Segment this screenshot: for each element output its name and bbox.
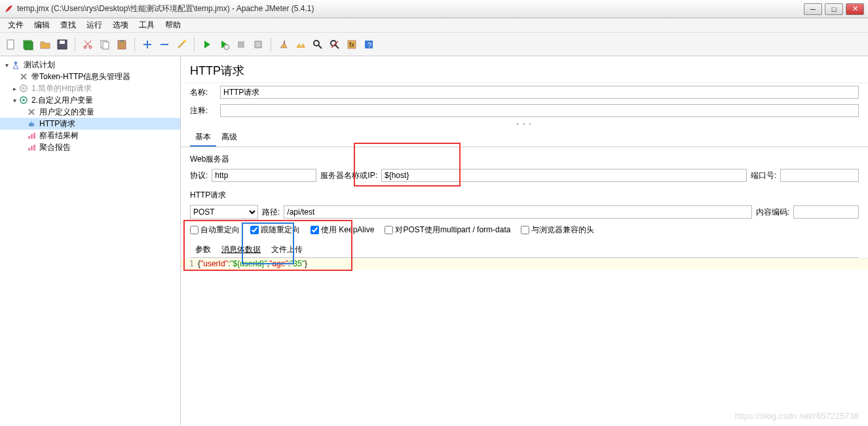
start-icon[interactable] (200, 37, 214, 52)
port-label: 端口号: (751, 170, 776, 181)
port-input[interactable] (780, 169, 859, 182)
tab-params[interactable]: 参数 (190, 242, 216, 257)
server-input[interactable] (381, 169, 747, 182)
tree-label: HTTP请求 (38, 118, 77, 130)
paste-icon[interactable] (115, 37, 129, 52)
name-label: 名称: (190, 87, 220, 98)
tab-file-upload[interactable]: 文件上传 (266, 242, 308, 257)
svg-rect-30 (33, 133, 35, 139)
close-button[interactable]: ✕ (846, 3, 864, 15)
multipart-checkbox[interactable]: 对POST使用multipart / form-data (385, 224, 510, 236)
splitter-dots[interactable]: • • • (181, 120, 868, 129)
tree-user-defined-vars[interactable]: 用户定义的变量 (0, 106, 180, 118)
svg-rect-33 (33, 145, 35, 151)
svg-rect-2 (25, 42, 33, 50)
follow-redirect-checkbox[interactable]: 跟随重定向 (250, 224, 300, 236)
content-panel: HTTP请求 名称: 注释: • • • 基本 高级 Web服务器 协议: 服务… (181, 56, 868, 426)
shutdown-icon[interactable] (251, 37, 265, 52)
subtabs: 基本 高级 (181, 129, 868, 147)
search-icon[interactable] (311, 37, 325, 52)
method-select[interactable]: POST (190, 205, 258, 219)
line-number: 1 (181, 258, 198, 270)
encoding-input[interactable] (793, 205, 859, 219)
minimize-button[interactable]: ─ (804, 3, 822, 15)
tree-view-results-tree[interactable]: 察看结果树 (0, 130, 180, 141)
save-icon[interactable] (55, 37, 69, 52)
maximize-button[interactable]: □ (825, 3, 843, 15)
svg-rect-0 (7, 40, 14, 49)
tree-label: 用户定义的变量 (38, 107, 96, 118)
path-label: 路径: (262, 207, 280, 218)
svg-rect-15 (284, 41, 285, 44)
browser-compat-checkbox[interactable]: 与浏览器兼容的头 (521, 224, 594, 236)
tree-user-vars-group[interactable]: ▾ 2.自定义用户变量 (0, 94, 180, 106)
function-helper-icon[interactable]: fx (345, 37, 359, 52)
help-icon[interactable]: ? (362, 37, 376, 52)
toolbar: fx ? (0, 33, 868, 56)
panel-title: HTTP请求 (181, 56, 868, 83)
svg-point-16 (314, 41, 319, 46)
code-line[interactable]: {"userId":"${userId}","age":"35"} (198, 258, 868, 270)
comment-input[interactable] (220, 104, 859, 117)
body-tabs: 参数 消息体数据 文件上传 (190, 242, 859, 258)
tree-panel: ▾ 测试计划 带Token-HTTP信息头管理器 ▸ 1.简单的Http请求 ▾… (0, 56, 181, 426)
tree-label: 1.简单的Http请求 (30, 83, 93, 94)
clear-all-icon[interactable] (293, 37, 308, 52)
titlebar: temp.jmx (C:\Users\rys\Desktop\性能测试环境配置\… (0, 0, 868, 18)
svg-point-24 (22, 87, 25, 90)
http-request-section-title: HTTP请求 (190, 187, 859, 204)
svg-point-12 (224, 44, 229, 50)
tree-aggregate-report[interactable]: 聚合报告 (0, 141, 180, 153)
tree-header-manager[interactable]: 带Token-HTTP信息头管理器 (0, 71, 180, 82)
stop-icon[interactable] (234, 37, 248, 52)
svg-rect-8 (103, 42, 109, 49)
wand-icon[interactable] (174, 37, 189, 52)
menu-search[interactable]: 查找 (55, 18, 81, 32)
tree-label: 聚合报告 (38, 142, 72, 153)
tree-http-request[interactable]: HTTP请求 (0, 118, 180, 130)
name-input[interactable] (220, 86, 859, 99)
menubar: 文件 编辑 查找 运行 选项 工具 帮助 (0, 18, 868, 33)
clear-icon[interactable] (276, 37, 291, 52)
keepalive-checkbox[interactable]: 使用 KeepAlive (311, 224, 374, 236)
menu-edit[interactable]: 编辑 (29, 18, 55, 32)
svg-rect-28 (28, 136, 30, 139)
tree-simple-http[interactable]: ▸ 1.简单的Http请求 (0, 82, 180, 94)
protocol-label: 协议: (190, 170, 208, 181)
svg-point-26 (22, 99, 25, 101)
new-icon[interactable] (4, 37, 18, 52)
cut-icon[interactable] (81, 37, 95, 52)
svg-rect-31 (28, 148, 30, 151)
svg-text:fx: fx (349, 41, 354, 48)
menu-options[interactable]: 选项 (107, 18, 134, 32)
svg-rect-13 (238, 41, 244, 48)
menu-tools[interactable]: 工具 (134, 18, 160, 32)
auto-redirect-checkbox[interactable]: 自动重定向 (190, 224, 240, 236)
svg-rect-14 (255, 41, 261, 48)
menu-run[interactable]: 运行 (81, 18, 107, 32)
protocol-input[interactable] (212, 169, 316, 182)
open-icon[interactable] (38, 37, 52, 52)
tab-basic[interactable]: 基本 (190, 129, 216, 147)
start-notimers-icon[interactable] (217, 37, 231, 52)
svg-rect-4 (60, 41, 65, 44)
search-reset-icon[interactable] (328, 37, 342, 52)
copy-icon[interactable] (98, 37, 112, 52)
tree-label: 带Token-HTTP信息头管理器 (30, 71, 132, 82)
add-icon[interactable] (140, 37, 155, 52)
tab-advanced[interactable]: 高级 (216, 129, 242, 147)
window-title: temp.jmx (C:\Users\rys\Desktop\性能测试环境配置\… (17, 3, 804, 14)
tab-body-data[interactable]: 消息体数据 (216, 242, 266, 257)
svg-rect-10 (120, 40, 124, 42)
tree-label: 2.自定义用户变量 (30, 95, 94, 106)
svg-rect-29 (31, 134, 33, 139)
server-label: 服务器名称或IP: (320, 170, 377, 181)
templates-icon[interactable] (21, 37, 35, 52)
tree-test-plan[interactable]: ▾ 测试计划 (0, 59, 180, 71)
remove-icon[interactable] (157, 37, 172, 52)
body-editor[interactable]: 1 {"userId":"${userId}","age":"35"} (181, 258, 868, 270)
svg-rect-32 (31, 146, 33, 151)
menu-file[interactable]: 文件 (3, 18, 29, 32)
path-input[interactable] (284, 205, 751, 219)
menu-help[interactable]: 帮助 (160, 18, 186, 32)
